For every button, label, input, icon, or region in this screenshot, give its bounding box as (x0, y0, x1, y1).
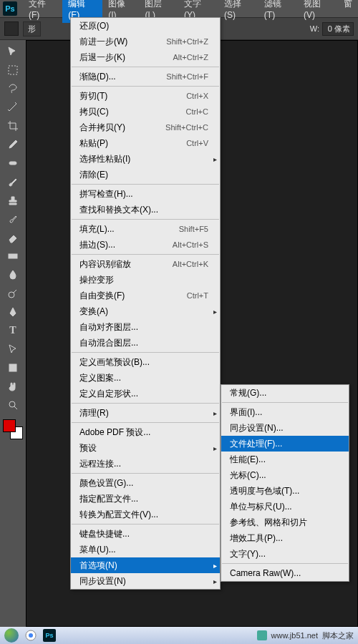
menu-row[interactable]: 指定配置文件... (71, 491, 220, 507)
menu-row[interactable]: 操控变形 (71, 272, 220, 288)
menu-row-label: 单位与标尺(U)... (230, 501, 337, 513)
history-brush-icon[interactable] (4, 210, 21, 228)
menu-row[interactable]: 渐隐(D)...Shift+Ctrl+F (71, 69, 220, 84)
menu-row[interactable]: 自由变换(F)Ctrl+T (71, 288, 220, 303)
menu-row-label: 键盘快捷键... (79, 528, 208, 540)
lasso-tool-icon[interactable] (4, 80, 21, 97)
menu-row[interactable]: 菜单(U)... (71, 542, 220, 557)
menu-row[interactable]: 透明度与色域(T)... (221, 483, 349, 499)
menu-row[interactable]: 增效工具(P)... (221, 530, 349, 546)
brush-tool-icon[interactable] (4, 173, 21, 190)
menu-row[interactable]: 远程连接... (71, 456, 220, 472)
menu-row-label: 定义自定形状... (79, 388, 208, 400)
menu-row[interactable]: 文字(Y)... (221, 546, 349, 562)
menu-row[interactable]: 自动混合图层... (71, 335, 220, 351)
menu-row[interactable]: 预设▸ (71, 440, 220, 456)
menu-row[interactable]: 性能(E)... (221, 452, 349, 467)
menu-row[interactable]: Camera Raw(W)... (221, 565, 349, 581)
menu-row[interactable]: 同步设置(N)... (221, 420, 349, 436)
menu-item[interactable]: 滤镜(T) (258, 0, 298, 23)
menu-row[interactable]: 清除(E) (71, 167, 220, 182)
menu-row-label: 预设 (79, 442, 208, 454)
menu-row[interactable]: 拷贝(C)Ctrl+C (71, 104, 220, 119)
menu-row-label: 同步设置(N)... (230, 422, 337, 434)
marquee-tool-icon[interactable] (4, 62, 21, 79)
rectangle-tool-icon[interactable] (4, 359, 21, 376)
menu-row[interactable]: 光标(C)... (221, 467, 349, 483)
heal-tool-icon[interactable] (4, 155, 21, 172)
menu-row[interactable]: 查找和替换文本(X)... (71, 202, 220, 218)
menu-row[interactable]: 定义图案... (71, 370, 220, 386)
menu-row[interactable]: 文件处理(F)... (221, 436, 349, 452)
menu-row[interactable]: 常规(G)... (221, 385, 349, 401)
start-button-icon[interactable] (4, 628, 19, 643)
photoshop-taskbar-icon[interactable]: Ps (43, 629, 56, 642)
dodge-tool-icon[interactable] (4, 285, 21, 302)
menu-row[interactable]: 剪切(T)Ctrl+X (71, 88, 220, 104)
submenu-arrow-icon: ▸ (213, 562, 217, 570)
menu-row-label: 定义图案... (79, 372, 208, 384)
crop-tool-icon[interactable] (4, 117, 21, 135)
menu-row[interactable]: 界面(I)... (221, 404, 349, 420)
tools-panel: T (0, 40, 26, 439)
menu-row-label: 文字(Y)... (230, 548, 337, 560)
menu-row[interactable]: 转换为配置文件(V)... (71, 507, 220, 522)
menu-row[interactable]: 后退一步(K)Alt+Ctrl+Z (71, 49, 220, 65)
eraser-tool-icon[interactable] (4, 229, 21, 246)
menu-separator (72, 524, 219, 525)
foreground-swatch[interactable] (3, 419, 16, 432)
stamp-tool-icon[interactable] (4, 192, 21, 209)
gradient-tool-icon[interactable] (4, 248, 21, 265)
color-swatches[interactable] (3, 419, 23, 439)
menu-row[interactable]: 内容识别缩放Alt+Ctrl+K (71, 256, 220, 272)
menu-row[interactable]: 同步设置(N)▸ (71, 573, 220, 589)
menu-row-label: 定义画笔预设(B)... (79, 356, 208, 369)
menu-row[interactable]: 键盘快捷键... (71, 526, 220, 542)
menu-item[interactable]: 选择(S) (218, 0, 258, 23)
menu-separator (72, 184, 219, 185)
menu-row[interactable]: 首选项(N)▸ (71, 557, 220, 573)
menu-separator (72, 219, 219, 220)
menu-row[interactable]: 定义画笔预设(B)... (71, 354, 220, 370)
menu-item[interactable]: 文件(F) (23, 0, 62, 23)
menu-row-label: 指定配置文件... (79, 493, 208, 505)
menu-row[interactable]: 选择性粘贴(I)▸ (71, 151, 220, 167)
menu-row[interactable]: 拼写检查(H)... (71, 186, 220, 202)
width-field[interactable]: 0 像素 (322, 22, 354, 36)
menu-row[interactable]: 合并拷贝(Y)Shift+Ctrl+C (71, 119, 220, 135)
menu-shortcut: Ctrl+V (186, 139, 208, 147)
menu-item[interactable]: 窗 (338, 0, 358, 23)
move-tool-icon[interactable] (4, 43, 21, 60)
hand-tool-icon[interactable] (4, 378, 21, 395)
menu-row[interactable]: 自动对齐图层... (71, 319, 220, 335)
menu-row[interactable]: Adobe PDF 预设... (71, 424, 220, 440)
menu-row[interactable]: 粘贴(P)Ctrl+V (71, 135, 220, 151)
menu-row-label: 自由变换(F) (79, 290, 187, 302)
path-select-icon[interactable] (4, 341, 21, 358)
menu-row-label: 变换(A) (79, 306, 208, 318)
type-tool-icon[interactable]: T (4, 322, 21, 339)
menu-row[interactable]: 填充(L)...Shift+F5 (71, 221, 220, 237)
menu-bar: Ps 文件(F)编辑(E)图像(I)图层(L)文字(Y)选择(S)滤镜(T)视图… (0, 0, 358, 17)
eyedropper-tool-icon[interactable] (4, 136, 21, 153)
menu-row-label: Camera Raw(W)... (230, 568, 337, 578)
shape-mode-label[interactable]: 形 (23, 21, 41, 36)
chrome-icon[interactable] (24, 629, 37, 642)
menu-row[interactable]: 颜色设置(G)... (71, 475, 220, 491)
menu-row[interactable]: 定义自定形状... (71, 386, 220, 401)
menu-row[interactable]: 描边(S)...Alt+Ctrl+S (71, 237, 220, 253)
menu-row[interactable]: 还原(O) (71, 18, 220, 34)
zoom-tool-icon[interactable] (4, 396, 21, 414)
pen-tool-icon[interactable] (4, 303, 21, 321)
menu-item[interactable]: 视图(V) (298, 0, 338, 23)
menu-row[interactable]: 单位与标尺(U)... (221, 499, 349, 514)
menu-row[interactable]: 前进一步(W)Shift+Ctrl+Z (71, 34, 220, 49)
menu-row[interactable]: 变换(A)▸ (71, 303, 220, 319)
menu-row-label: 合并拷贝(Y) (79, 122, 165, 134)
blur-tool-icon[interactable] (4, 266, 21, 283)
menu-separator (72, 352, 219, 353)
menu-row[interactable]: 清理(R)▸ (71, 405, 220, 421)
wand-tool-icon[interactable] (4, 99, 21, 116)
menu-row[interactable]: 参考线、网格和切片 (221, 514, 349, 530)
tool-preset-button[interactable] (4, 21, 19, 36)
